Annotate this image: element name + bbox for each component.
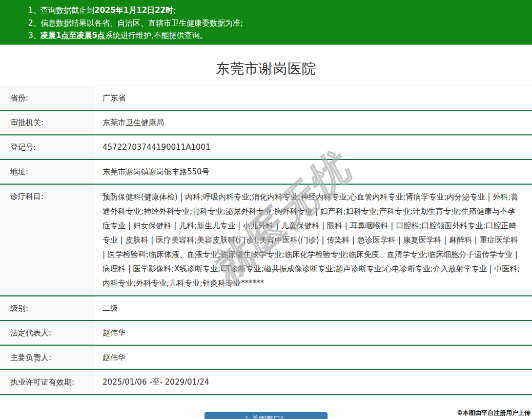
table-row-legal-representative: 法定代表人: 赵伟华 <box>0 321 532 346</box>
row-value: 赵伟华 <box>95 321 532 345</box>
close-window-button[interactable]: 〖关闭窗口〗 <box>204 412 328 419</box>
row-label: 诊疗科目: <box>0 185 95 295</box>
upload-attribution-note: ©本图由平台注册用户上传 <box>457 409 530 417</box>
row-value: 东莞市卫生健康局 <box>95 111 532 134</box>
row-label: 执业许可证有效期: <box>0 370 95 394</box>
page-title: 东莞市谢岗医院 <box>0 59 532 78</box>
notice-item-3: 3、 凌晨1点至凌晨5点系统进行维护,不能提供查询。 <box>28 29 522 42</box>
notice-text: 凌晨1点至凌晨5点系统进行维护,不能提供查询。 <box>40 29 208 42</box>
notice-text-normal: 系统进行维护,不能提供查询。 <box>105 31 208 40</box>
table-row-person-in-charge: 主要负责人: 赵伟华 <box>0 346 532 370</box>
row-label: 审批机关: <box>0 111 95 134</box>
notice-banner: 1、 查询数据截止到2025年1月12日22时; 2、 信息数据结果以各省、自治… <box>0 0 532 45</box>
table-row-level: 级别: 二级 <box>0 296 532 321</box>
row-value: 东莞市谢岗镇谢岗银丰路550号 <box>95 160 532 184</box>
notice-item-1: 1、 查询数据截止到2025年1月12日22时; <box>28 4 522 17</box>
row-label: 主要负责人: <box>0 346 95 369</box>
row-label: 级别: <box>0 296 95 320</box>
row-value: 预防保健科(健康体检) | 内科;呼吸内科专业;消化内科专业;神经内科专业;心血… <box>95 185 532 295</box>
row-label: 省份: <box>0 86 95 110</box>
notice-text-normal: 查询数据截止到 <box>40 6 94 15</box>
row-label: 地址: <box>0 160 95 184</box>
notice-text: 查询数据截止到2025年1月12日22时; <box>40 4 176 17</box>
table-row-medical-subjects: 诊疗科目: 预防保健科(健康体检) | 内科;呼吸内科专业;消化内科专业;神经内… <box>0 185 532 296</box>
hospital-info-table: 省份: 广东省 审批机关: 东莞市卫生健康局 登记号: 457227037441… <box>0 86 532 395</box>
table-row-license-validity: 执业许可证有效期: 2025/01/06 -至- 2029/01/24 <box>0 370 532 395</box>
notice-text: 信息数据结果以各省、自治区、直辖市卫生健康委数据为准; <box>40 17 243 30</box>
notice-text-bold: 2025年1月12日22时 <box>94 6 173 15</box>
table-row-registration-number: 登记号: 45722703744190011A1001 <box>0 135 532 160</box>
row-value: 二级 <box>95 296 532 320</box>
notice-number: 3、 <box>28 29 40 42</box>
notice-item-2: 2、 信息数据结果以各省、自治区、直辖市卫生健康委数据为准; <box>28 17 522 30</box>
notice-text-normal: ; <box>173 6 176 15</box>
button-area: 〖关闭窗口〗 <box>0 412 532 419</box>
table-row-province: 省份: 广东省 <box>0 86 532 111</box>
notice-text-bold: 凌晨1点至凌晨5点 <box>40 31 105 40</box>
row-value: 45722703744190011A1001 <box>95 135 532 159</box>
notice-number: 2、 <box>28 17 40 30</box>
row-label: 法定代表人: <box>0 321 95 345</box>
query-result-page: 1、 查询数据截止到2025年1月12日22时; 2、 信息数据结果以各省、自治… <box>0 0 532 419</box>
row-value: 赵伟华 <box>95 346 532 369</box>
table-row-approval-authority: 审批机关: 东莞市卫生健康局 <box>0 111 532 135</box>
notice-text-normal: 信息数据结果以各省、自治区、直辖市卫生健康委数据为准; <box>40 18 243 28</box>
row-value: 广东省 <box>95 86 532 110</box>
notice-number: 1、 <box>28 4 40 17</box>
table-row-address: 地址: 东莞市谢岗镇谢岗银丰路550号 <box>0 160 532 185</box>
row-label: 登记号: <box>0 135 95 159</box>
row-value: 2025/01/06 -至- 2029/01/24 <box>95 370 532 394</box>
